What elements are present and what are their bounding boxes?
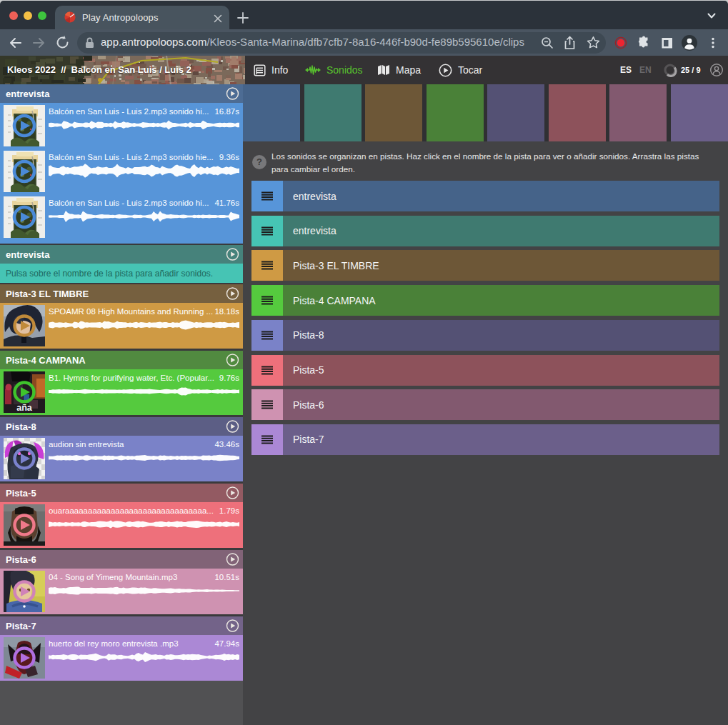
svg-text:aña: aña — [16, 403, 33, 413]
